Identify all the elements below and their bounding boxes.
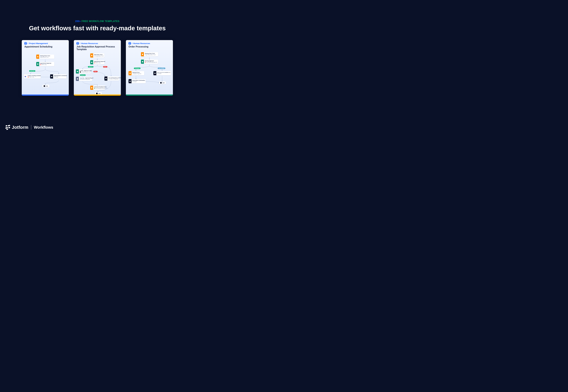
node-sorry: Sorry, we are not available on t…Email	[153, 71, 171, 75]
approval-icon	[90, 60, 93, 64]
brand-name: Jotform	[12, 125, 28, 130]
svg-rect-42	[129, 42, 129, 43]
workflow-diagram: Start Point: FormJob Application Form Ap…	[74, 52, 121, 96]
svg-rect-63	[6, 129, 8, 130]
template-cards: / Project Management Appointment Schedul…	[0, 40, 195, 96]
document-icon	[76, 77, 79, 81]
node-meeting: Create a meeting scheduleMark Lany	[24, 74, 41, 79]
svg-rect-14	[37, 57, 38, 57]
svg-rect-36	[91, 55, 92, 56]
node-end: END	[159, 82, 166, 84]
category-label: Project Management	[29, 42, 48, 44]
svg-rect-19	[25, 76, 26, 77]
svg-rect-39	[77, 78, 78, 79]
node-end: END	[43, 85, 49, 87]
template-title: Order Processing	[128, 45, 170, 48]
node-approval: Booking Approvalreservation@yoga.com	[141, 60, 158, 64]
pill-not-available: Not Available	[158, 68, 165, 69]
svg-marker-31	[104, 75, 105, 76]
form-icon	[36, 55, 39, 59]
breadcrumb: / Human Resources	[76, 42, 118, 44]
email-icon	[104, 76, 107, 81]
pill-deny: Deny	[103, 66, 107, 68]
email-icon	[50, 74, 53, 79]
template-card-order-processing[interactable]: / Human Resources Order Processing Start…	[126, 40, 173, 96]
email-icon	[153, 71, 156, 75]
node-confirmation: Reservation ConfirmationEmail	[128, 79, 146, 83]
svg-rect-18	[25, 76, 25, 77]
category-label: Human Resources	[133, 42, 150, 44]
svg-marker-49	[162, 70, 163, 71]
end-icon	[96, 93, 98, 94]
workflow-icon	[24, 42, 27, 44]
svg-rect-59	[5, 125, 7, 126]
svg-rect-62	[8, 127, 10, 128]
svg-rect-23	[77, 43, 78, 44]
svg-rect-22	[78, 42, 78, 43]
svg-rect-37	[91, 62, 92, 63]
svg-rect-15	[37, 63, 38, 64]
pill-approve: Approve	[88, 66, 94, 68]
form-icon	[90, 53, 93, 57]
svg-rect-1	[26, 42, 26, 43]
node-doc: Form Title:Approval ReportEmail of Reque…	[76, 77, 92, 81]
svg-rect-58	[129, 81, 131, 82]
svg-marker-7	[58, 73, 59, 74]
node-start: Start Point: FormJob Application Form	[90, 53, 104, 57]
node-clevel: C level - Approve & Signceo@example.com	[76, 69, 91, 73]
svg-rect-0	[25, 42, 26, 43]
card-accent	[126, 95, 173, 96]
breadcrumb: / Human Resources	[128, 42, 170, 44]
workflow-diagram: Starting Point: FormAppointment Form App…	[22, 49, 69, 94]
node-start: Starting Point: FormAppointment Form	[36, 55, 54, 59]
node-scheduled: Appointment is scheduledEmail	[50, 74, 66, 79]
template-card-job-requisition[interactable]: / Human Resources Job Requisition Approv…	[74, 40, 121, 96]
form-icon	[90, 86, 93, 90]
card-accent	[74, 95, 121, 96]
form-icon	[141, 52, 144, 56]
approval-icon	[141, 60, 144, 64]
svg-rect-21	[77, 42, 77, 43]
svg-rect-20	[51, 76, 52, 77]
node-payment: Payment FormComplete Payment	[128, 71, 144, 75]
page-header: 200+ FREE WORKFLOW TEMPLATES Get workflo…	[0, 0, 195, 32]
svg-rect-12	[37, 56, 38, 56]
footer: Jotform Workflows	[5, 125, 53, 130]
eyebrow-text: FREE WORKFLOW TEMPLATES	[82, 20, 119, 23]
workflow-icon	[76, 42, 79, 44]
jotform-icon	[5, 125, 10, 130]
svg-rect-43	[130, 42, 130, 43]
workflow-diagram: Starting Point: FormYoga Reservation For…	[126, 49, 173, 94]
svg-rect-56	[129, 73, 130, 74]
end-icon	[160, 82, 162, 84]
pill-approved: Approved	[29, 70, 35, 72]
form-icon	[128, 71, 131, 75]
workflow-icon	[128, 42, 131, 44]
svg-rect-60	[8, 125, 10, 126]
product-name: Workflows	[34, 125, 53, 130]
approval-icon	[36, 62, 39, 66]
svg-rect-55	[142, 61, 143, 62]
svg-rect-2	[25, 43, 26, 44]
card-accent	[22, 95, 69, 96]
svg-rect-17	[25, 76, 26, 76]
svg-rect-44	[129, 43, 130, 44]
pill-approve-2: Approve	[80, 74, 86, 76]
node-denied: Your Job Requisition is DeniedEmail of R…	[104, 76, 119, 81]
node-approval: Appointment ApprovalMark Lany	[90, 60, 104, 64]
svg-rect-41	[91, 87, 92, 88]
email-icon	[128, 79, 131, 83]
pill-completed: Completed	[134, 68, 141, 69]
svg-rect-38	[77, 71, 78, 72]
svg-marker-53	[158, 82, 159, 83]
end-icon	[44, 85, 45, 87]
brand-logo: Jotform	[5, 125, 28, 130]
template-card-appointment[interactable]: / Project Management Appointment Schedul…	[22, 40, 69, 96]
node-start: Starting Point: FormYoga Reservation For…	[141, 52, 158, 56]
eyebrow: 200+ FREE WORKFLOW TEMPLATES	[0, 20, 195, 23]
svg-marker-28	[111, 75, 112, 76]
node-approval: Appointment ApprovalMark Lany	[36, 62, 54, 66]
template-title: Job Requisition Approval Process Templat…	[76, 45, 118, 51]
calendar-icon	[24, 74, 27, 79]
svg-rect-61	[5, 127, 8, 129]
